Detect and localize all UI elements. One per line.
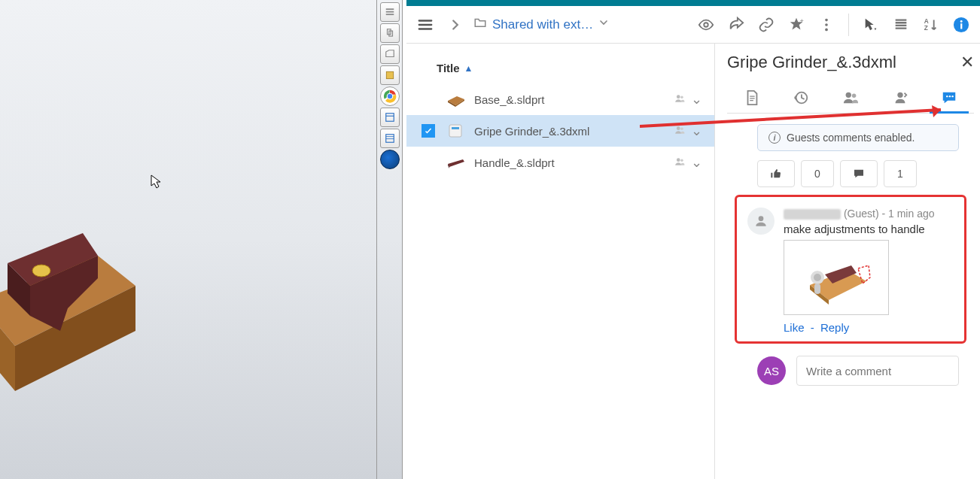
- model-3d: [0, 196, 166, 409]
- vtool-3[interactable]: [380, 44, 400, 64]
- tab-activity[interactable]: [885, 83, 915, 113]
- svg-marker-40: [448, 159, 464, 167]
- info-icon[interactable]: [948, 12, 974, 38]
- chevron-down-icon[interactable]: [598, 17, 610, 32]
- avatar: AS: [757, 356, 786, 385]
- svg-point-50: [952, 95, 954, 97]
- cursor-dropdown-icon[interactable]: [858, 12, 884, 38]
- cad-viewport[interactable]: [0, 0, 376, 479]
- breadcrumb[interactable]: Shared with ext…: [473, 16, 689, 33]
- comment-button[interactable]: [840, 160, 878, 187]
- comment-input[interactable]: [796, 356, 959, 386]
- tab-comments[interactable]: [934, 83, 964, 113]
- file-name: Handle_&.sldprt: [474, 156, 668, 169]
- vtool-7[interactable]: [380, 129, 400, 148]
- comment-item: (Guest) - 1 min ago make adjustments to …: [747, 208, 954, 334]
- vertical-toolbar: [376, 0, 403, 479]
- detail-tabs: [727, 80, 974, 114]
- svg-point-43: [680, 159, 683, 162]
- column-title: Title: [437, 62, 460, 74]
- chrome-icon[interactable]: [380, 86, 400, 106]
- stats-row: 0 1: [757, 160, 959, 187]
- svg-point-42: [677, 158, 680, 162]
- page-title: Gripe Grinder_&.3dxml: [727, 53, 896, 72]
- like-button[interactable]: [757, 160, 795, 187]
- chevron-right-icon[interactable]: [443, 12, 468, 38]
- more-icon[interactable]: [814, 12, 839, 38]
- tab-history[interactable]: [786, 83, 816, 113]
- file-name: Gripe Grinder_&.3dxml: [474, 125, 668, 138]
- svg-rect-36: [449, 125, 461, 137]
- info-circle-icon: i: [768, 132, 781, 144]
- sort-az-icon[interactable]: AZ: [918, 12, 944, 38]
- vtool-1[interactable]: [380, 2, 400, 22]
- star-plus-icon[interactable]: +: [784, 12, 809, 38]
- svg-rect-8: [385, 11, 394, 13]
- vtool-4[interactable]: [380, 65, 400, 85]
- chevron-down-icon[interactable]: ⌄: [686, 91, 707, 108]
- close-icon[interactable]: ✕: [960, 53, 974, 72]
- svg-point-23: [825, 18, 828, 21]
- xml-icon: [446, 123, 467, 139]
- svg-rect-18: [385, 135, 394, 143]
- people-icon: [673, 125, 686, 138]
- svg-point-49: [949, 95, 951, 97]
- comment-text: make adjustments to handle: [784, 223, 954, 235]
- file-list: Title ▲ Base_&.sldprt ⌄: [406, 44, 715, 479]
- sort-asc-icon: ▲: [464, 63, 473, 74]
- share-icon[interactable]: [723, 12, 749, 38]
- reply-link[interactable]: Reply: [820, 321, 849, 334]
- teal-accent-bar: [406, 0, 980, 6]
- divider: [848, 14, 849, 36]
- list-header[interactable]: Title ▲: [406, 56, 714, 83]
- comment-highlight: (Guest) - 1 min ago make adjustments to …: [735, 195, 966, 344]
- svg-text:Z: Z: [924, 25, 928, 32]
- comment-attachment[interactable]: [784, 240, 889, 315]
- svg-point-46: [852, 94, 857, 99]
- svg-marker-31: [448, 96, 464, 105]
- checkbox[interactable]: [422, 124, 435, 138]
- people-icon: [673, 93, 686, 106]
- globe-icon[interactable]: [380, 150, 400, 169]
- chevron-down-icon[interactable]: ⌄: [686, 123, 707, 139]
- svg-point-53: [759, 216, 764, 221]
- svg-point-48: [946, 95, 948, 97]
- svg-point-24: [825, 23, 828, 26]
- svg-point-39: [680, 127, 683, 130]
- tab-people[interactable]: [835, 83, 866, 113]
- file-row[interactable]: Handle_&.sldprt ⌄: [406, 147, 714, 178]
- comment-time: 1 min ago: [888, 208, 934, 220]
- comment-actions: Like - Reply: [784, 321, 954, 334]
- tab-details[interactable]: [737, 83, 767, 113]
- svg-rect-7: [385, 8, 394, 10]
- breadcrumb-label: Shared with ext…: [492, 17, 593, 32]
- svg-rect-29: [960, 23, 962, 29]
- redacted-name: [784, 209, 841, 220]
- like-link[interactable]: Like: [784, 321, 805, 334]
- avatar: [747, 208, 775, 235]
- svg-text:A: A: [924, 18, 929, 25]
- list-lines-icon[interactable]: [888, 12, 914, 38]
- svg-point-30: [960, 20, 963, 22]
- file-row[interactable]: Gripe Grinder_&.3dxml ⌄: [406, 115, 714, 147]
- file-row[interactable]: Base_&.sldprt ⌄: [406, 83, 714, 115]
- guest-banner-text: Guests comments enabled.: [787, 132, 915, 144]
- svg-rect-12: [386, 71, 393, 78]
- svg-point-59: [814, 274, 821, 281]
- file-name: Base_&.sldprt: [474, 93, 668, 106]
- svg-rect-37: [452, 127, 459, 129]
- part-icon: [446, 91, 467, 108]
- top-toolbar: Shared with ext… + AZ: [406, 6, 980, 44]
- hamburger-icon[interactable]: [412, 12, 438, 38]
- svg-point-35: [680, 95, 683, 99]
- eye-icon[interactable]: [693, 12, 719, 38]
- like-count: 0: [801, 160, 834, 187]
- vtool-6[interactable]: [380, 108, 400, 127]
- svg-point-6: [32, 265, 50, 277]
- collab-panel: Shared with ext… + AZ: [406, 0, 980, 479]
- vtool-2[interactable]: [380, 23, 400, 43]
- svg-point-25: [825, 28, 828, 31]
- chevron-down-icon[interactable]: ⌄: [686, 154, 707, 171]
- svg-point-45: [846, 92, 851, 98]
- link-icon[interactable]: [753, 12, 779, 38]
